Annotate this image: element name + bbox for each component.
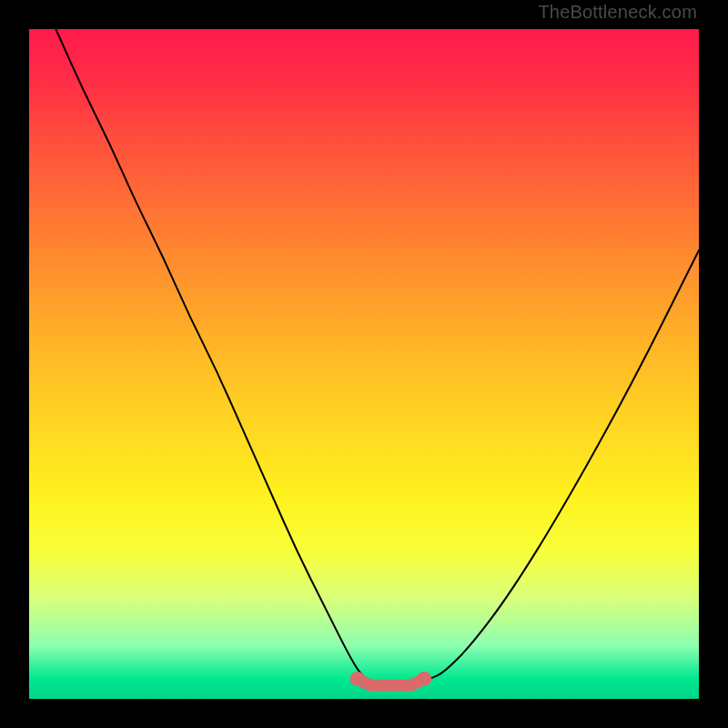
watermark-text: TheBottleneck.com [538, 2, 697, 23]
plot-area [29, 29, 699, 699]
optimal-range-markers [350, 672, 432, 686]
chart-svg [29, 29, 699, 699]
chart-frame: TheBottleneck.com [0, 0, 728, 728]
optimal-range-segment [358, 679, 425, 685]
bottleneck-curve [56, 29, 699, 685]
optimal-range-end-dot [417, 672, 431, 686]
optimal-range-start-dot [350, 672, 365, 686]
